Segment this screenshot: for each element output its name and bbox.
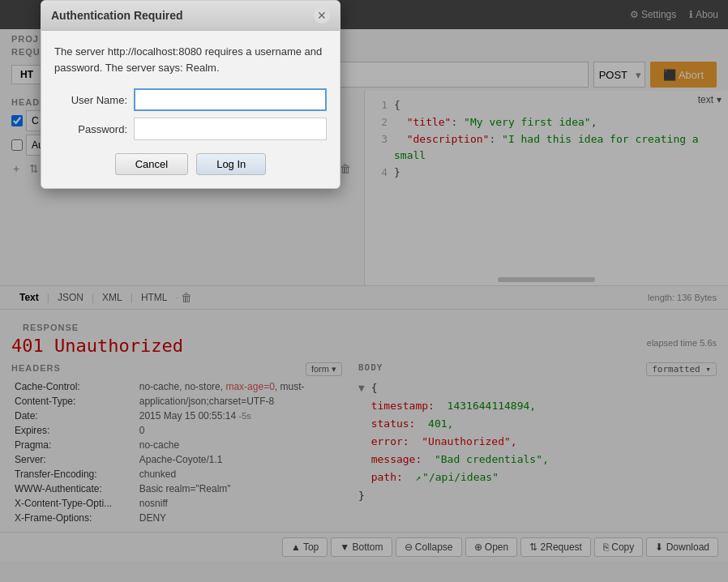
auth-modal: Authentication Required ✕ The server htt…: [41, 0, 340, 189]
modal-body: The server http://localhost:8080 require…: [41, 31, 340, 188]
modal-form: User Name: Password:: [54, 88, 327, 140]
modal-buttons: Cancel Log In: [54, 153, 327, 175]
username-label: User Name:: [54, 94, 127, 106]
modal-title: Authentication Required: [51, 9, 183, 22]
modal-overlay: Authentication Required ✕ The server htt…: [0, 0, 728, 582]
password-input[interactable]: [134, 118, 327, 140]
cancel-button[interactable]: Cancel: [115, 153, 188, 175]
login-button[interactable]: Log In: [196, 153, 266, 175]
modal-message: The server http://localhost:8080 require…: [54, 44, 327, 75]
username-input[interactable]: [134, 88, 327, 111]
modal-close-button[interactable]: ✕: [314, 7, 330, 24]
password-label: Password:: [54, 123, 127, 135]
modal-titlebar: Authentication Required ✕: [41, 1, 340, 31]
